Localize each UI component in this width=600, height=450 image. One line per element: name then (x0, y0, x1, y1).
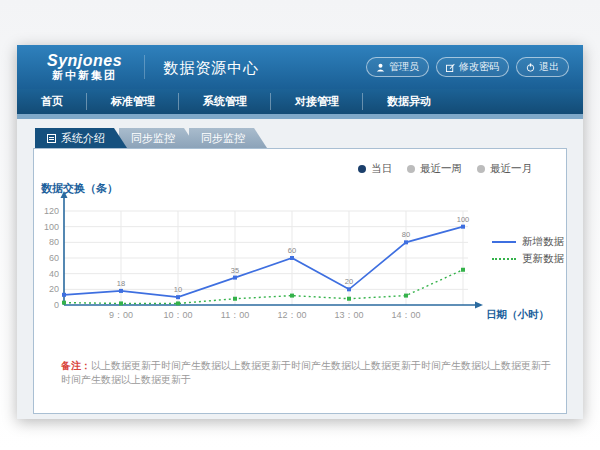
user-actions: 管理员 修改密码 退出 (366, 57, 569, 77)
svg-text:14：00: 14：00 (391, 310, 420, 320)
tab-system-intro[interactable]: 系统介绍 (35, 128, 127, 148)
header-bar: Synjones 新中新集团 数据资源中心 管理员 修改密码 (17, 45, 583, 89)
admin-user-label: 管理员 (389, 60, 419, 74)
radio-icon (477, 165, 485, 173)
tab-sync-monitor-1[interactable]: 同步监控 (119, 128, 197, 148)
range-last-week-label: 最近一周 (420, 162, 462, 176)
svg-text:80: 80 (402, 230, 410, 239)
svg-text:60: 60 (288, 246, 296, 255)
change-password-button[interactable]: 修改密码 (436, 57, 509, 77)
power-icon (526, 63, 535, 72)
svg-text:100: 100 (44, 222, 59, 232)
svg-text:12：00: 12：00 (277, 310, 306, 320)
time-range-selector: 当日 最近一周 最近一月 (358, 162, 532, 176)
svg-text:20: 20 (49, 284, 59, 294)
footnote: 备注：以上数据更新于时间产生数据以上数据更新于时间产生数据以上数据更新于时间产生… (61, 359, 552, 387)
svg-text:11：00: 11：00 (221, 310, 249, 320)
tab-sync-monitor-1-label: 同步监控 (131, 128, 175, 148)
nav-item-home[interactable]: 首页 (17, 89, 87, 114)
legend-item-new-data[interactable]: 新增数据 (492, 233, 564, 250)
svg-text:13：00: 13：00 (334, 310, 363, 320)
svg-text:9：00: 9：00 (109, 310, 133, 320)
svg-text:60: 60 (49, 253, 59, 263)
edit-icon (446, 63, 455, 72)
svg-text:40: 40 (49, 269, 59, 279)
chart-panel: 当日 最近一周 最近一月 数据交换（条） 0204060801001209：00… (33, 148, 567, 414)
logout-label: 退出 (539, 60, 559, 74)
nav-item-data-change[interactable]: 数据异动 (363, 89, 455, 114)
svg-text:18: 18 (117, 279, 125, 288)
logo: Synjones 新中新集团 (47, 53, 122, 81)
dotted-line-icon (492, 258, 516, 260)
legend-item-updated-data[interactable]: 更新数据 (492, 250, 564, 267)
app-window: Synjones 新中新集团 数据资源中心 管理员 修改密码 (17, 45, 583, 419)
change-password-label: 修改密码 (459, 60, 499, 74)
svg-text:120: 120 (44, 206, 59, 216)
legend-updated-data-label: 更新数据 (522, 252, 564, 266)
svg-text:10: 10 (174, 285, 182, 294)
legend-new-data-label: 新增数据 (522, 235, 564, 249)
tab-sync-monitor-2[interactable]: 同步监控 (189, 128, 267, 148)
svg-text:0: 0 (54, 300, 59, 310)
footnote-text: 以上数据更新于时间产生数据以上数据更新于时间产生数据以上数据更新于时间产生数据以… (61, 360, 551, 385)
footnote-label: 备注： (61, 360, 91, 371)
chart-legend: 新增数据 更新数据 (492, 233, 564, 267)
admin-user-button[interactable]: 管理员 (366, 57, 429, 77)
main-nav: 首页 标准管理 系统管理 对接管理 数据异动 (17, 89, 583, 114)
svg-text:100: 100 (457, 215, 470, 224)
tab-sync-monitor-2-label: 同步监控 (201, 128, 245, 148)
svg-text:10：00: 10：00 (163, 310, 192, 320)
logo-brand: Synjones (47, 53, 122, 70)
svg-text:20: 20 (345, 277, 353, 286)
range-last-month-label: 最近一月 (490, 162, 532, 176)
svg-text:80: 80 (49, 237, 59, 247)
range-option-last-month[interactable]: 最近一月 (477, 162, 532, 176)
page-title: 数据资源中心 (144, 55, 259, 79)
content-area: 系统介绍 同步监控 同步监控 当日 最近一周 (17, 119, 583, 414)
document-icon (47, 134, 56, 143)
radio-selected-icon (358, 165, 366, 173)
nav-item-interface-mgmt[interactable]: 对接管理 (271, 89, 363, 114)
range-option-last-week[interactable]: 最近一周 (407, 162, 462, 176)
nav-item-system-mgmt[interactable]: 系统管理 (179, 89, 271, 114)
logo-company: 新中新集团 (47, 70, 122, 82)
svg-text:日期（小时）: 日期（小时） (486, 308, 549, 321)
tab-system-intro-label: 系统介绍 (61, 128, 105, 148)
radio-icon (407, 165, 415, 173)
logout-button[interactable]: 退出 (516, 57, 569, 77)
range-today-label: 当日 (371, 162, 392, 176)
range-option-today[interactable]: 当日 (358, 162, 392, 176)
user-icon (376, 63, 385, 72)
tab-bar: 系统介绍 同步监控 同步监控 (35, 128, 567, 148)
svg-text:35: 35 (231, 266, 239, 275)
solid-line-icon (492, 241, 516, 243)
nav-item-standard-mgmt[interactable]: 标准管理 (87, 89, 179, 114)
